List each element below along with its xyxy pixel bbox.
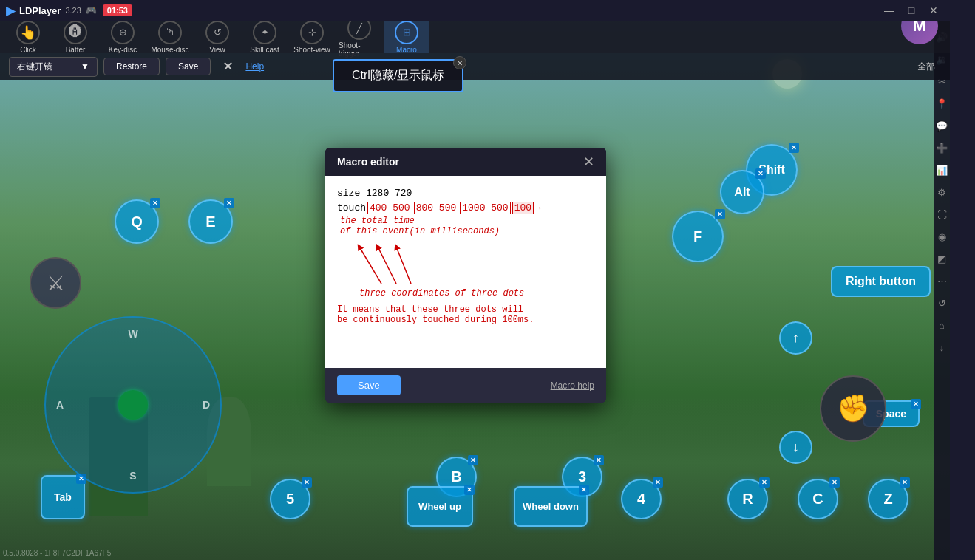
key-4-button[interactable]: 4 ✕ — [621, 479, 662, 519]
key-r-button[interactable]: R ✕ — [727, 479, 768, 519]
fullscreen-icon[interactable]: ⛶ — [934, 207, 949, 222]
click-label: Click — [20, 46, 36, 54]
chevron-down-icon: ▼ — [81, 61, 89, 72]
view-tool[interactable]: ↺ View — [195, 18, 239, 57]
key-b-delete[interactable]: ✕ — [468, 455, 478, 465]
mapping-dropdown[interactable]: 右键开镜 ▼ — [9, 57, 98, 77]
batter-tool[interactable]: 🅐 Batter — [53, 18, 98, 57]
copy-icon[interactable]: ◩ — [934, 251, 949, 266]
fist-button[interactable]: ✊ — [820, 375, 886, 442]
macro-modal-close-button[interactable]: ✕ — [583, 155, 594, 168]
action-icon-button[interactable]: ⚔ — [30, 257, 81, 309]
key-4-delete[interactable]: ✕ — [653, 477, 663, 488]
save-mapping-button[interactable]: Save — [166, 58, 211, 75]
coord1: 400 500 — [367, 202, 412, 214]
key-z-delete[interactable]: ✕ — [900, 477, 910, 488]
key-3-delete[interactable]: ✕ — [594, 455, 604, 465]
version-info: 0.5.0.8028 - 1F8F7C2DF1A67F5 — [3, 549, 111, 557]
macro-touch-line: touch 400 500 800 500 1000 500 100 → the… — [337, 202, 594, 236]
coord3: 1000 500 — [460, 202, 510, 214]
close-button[interactable]: ✕ — [923, 0, 944, 21]
space-delete[interactable]: ✕ — [911, 399, 921, 409]
key-c-delete[interactable]: ✕ — [829, 477, 840, 488]
coord2: 800 500 — [414, 202, 459, 214]
key-shift-delete[interactable]: ✕ — [789, 143, 799, 153]
minimize-button[interactable]: — — [879, 0, 900, 21]
down-arrow-button[interactable]: ↓ — [779, 431, 812, 464]
title-bar-controls: — □ ✕ — [879, 0, 944, 21]
batter-icon: 🅐 — [64, 21, 87, 44]
key-e-button[interactable]: E ✕ — [188, 199, 233, 244]
restore-button[interactable]: Restore — [103, 58, 160, 75]
keydisc-icon: ⊕ — [111, 21, 135, 44]
up-arrow-button[interactable]: ↑ — [779, 321, 812, 355]
joystick-a-label: A — [56, 399, 64, 411]
more-icon[interactable]: ⋯ — [934, 273, 949, 288]
macro-label: Macro — [396, 46, 417, 54]
joystick-w-label: W — [128, 328, 137, 340]
app-icon-extra: 🎮 — [86, 5, 97, 16]
home-icon[interactable]: ⌂ — [934, 318, 949, 332]
keydisc-tool[interactable]: ⊕ Key-disc — [101, 18, 145, 57]
layout-icon[interactable]: ◉ — [934, 229, 949, 244]
chart-icon[interactable]: 📊 — [934, 163, 949, 177]
key-q-button[interactable]: Q ✕ — [115, 199, 159, 244]
macro-help-link[interactable]: Macro help — [551, 380, 594, 391]
macro-tool[interactable]: ⊞ Macro — [384, 18, 429, 57]
shootview-label: Shoot-view — [293, 46, 330, 54]
wheel-up-button[interactable]: Wheel up ✕ — [407, 486, 473, 527]
mapping-toolbar: 右键开镜 ▼ Restore Save ✕ Help 全部 — [0, 53, 950, 80]
key-alt-button[interactable]: Alt ✕ — [720, 170, 764, 214]
time-annotation: the total time of this event(in millisec… — [340, 216, 500, 236]
download-icon[interactable]: ↓ — [934, 340, 949, 355]
key-e-delete[interactable]: ✕ — [224, 198, 234, 208]
mousedisc-icon: 🖱 — [158, 21, 182, 44]
key-f-button[interactable]: F ✕ — [672, 211, 724, 262]
key-alt-delete[interactable]: ✕ — [755, 168, 766, 179]
right-button-area[interactable]: Right button — [831, 266, 931, 297]
wheel-down-delete[interactable]: ✕ — [579, 485, 589, 495]
tooltip-box: Ctrl隐藏/显示鼠标 ✕ — [333, 59, 463, 92]
wheel-up-delete[interactable]: ✕ — [464, 485, 475, 495]
macro-editor-content[interactable]: size 1280 720 touch 400 500 800 500 1000… — [325, 176, 606, 368]
key-r-delete[interactable]: ✕ — [759, 477, 770, 488]
skillcast-label: Skill cast — [250, 46, 279, 54]
coords-annotation: three coordinates of three dots — [359, 288, 524, 298]
view-icon: ↺ — [205, 21, 229, 44]
time-value: 100 — [512, 202, 534, 214]
joystick-d-label: D — [203, 399, 210, 411]
macro-modal-title: Macro editor — [337, 156, 399, 168]
key-c-button[interactable]: C ✕ — [798, 479, 838, 519]
add-icon[interactable]: ➕ — [934, 140, 949, 155]
help-link[interactable]: Help — [245, 61, 264, 72]
chat-icon[interactable]: 💬 — [934, 118, 949, 133]
macro-save-button[interactable]: Save — [337, 375, 401, 395]
key-5-delete[interactable]: ✕ — [302, 477, 312, 488]
key-tab-button[interactable]: Tab ✕ — [41, 475, 85, 519]
app-icon: ▶ — [6, 4, 15, 18]
key-z-button[interactable]: Z ✕ — [868, 479, 908, 519]
svg-line-0 — [359, 247, 381, 284]
right-button-label: Right button — [846, 275, 916, 287]
settings-icon[interactable]: ⚙ — [934, 185, 949, 199]
mousedisc-tool[interactable]: 🖱 Mouse-disc — [148, 18, 192, 57]
skillcast-tool[interactable]: ✦ Skill cast — [242, 18, 287, 57]
key-5-button[interactable]: 5 ✕ — [270, 479, 310, 519]
maximize-button[interactable]: □ — [901, 0, 922, 21]
location-icon[interactable]: 📍 — [934, 96, 949, 111]
click-tool[interactable]: 👆 Click — [6, 18, 50, 57]
wheel-down-button[interactable]: Wheel down ✕ — [514, 486, 588, 527]
rotate-icon[interactable]: ↺ — [934, 296, 949, 310]
macro-icon: ⊞ — [395, 21, 418, 44]
mousedisc-label: Mouse-disc — [151, 46, 188, 54]
close-mapping-button[interactable]: ✕ — [217, 58, 239, 75]
shootview-tool[interactable]: ⊹ Shoot-view — [290, 18, 334, 57]
macro-description: It means that these three dots will be c… — [337, 304, 594, 325]
shootview-icon: ⊹ — [300, 21, 324, 44]
key-q-delete[interactable]: ✕ — [150, 198, 160, 208]
view-label: View — [209, 46, 225, 54]
joystick-area[interactable]: W S A D — [44, 316, 222, 494]
macro-modal-header: Macro editor ✕ — [325, 148, 606, 176]
key-f-delete[interactable]: ✕ — [715, 209, 725, 219]
dropdown-label: 右键开镜 — [17, 61, 52, 73]
